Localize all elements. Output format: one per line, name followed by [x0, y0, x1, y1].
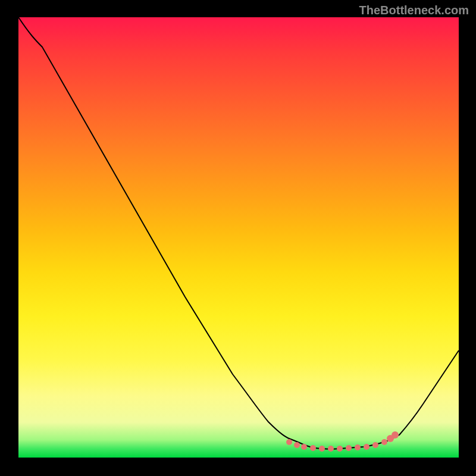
marker-dot [346, 445, 352, 451]
marker-dot [286, 439, 292, 445]
marker-dot [364, 444, 369, 450]
marker-dot [301, 444, 307, 450]
bottleneck-curve-path [18, 17, 459, 449]
marker-dot [328, 446, 334, 452]
minimum-markers-group [286, 431, 399, 452]
watermark-text: TheBottleneck.com [359, 4, 469, 17]
marker-dot [310, 445, 316, 451]
marker-dot [319, 446, 325, 452]
marker-dot [294, 442, 300, 448]
marker-dot [392, 431, 399, 439]
chart-container: TheBottleneck.com [0, 0, 476, 476]
marker-dot [381, 439, 387, 445]
plot-area [18, 17, 459, 458]
marker-dot [372, 442, 378, 448]
chart-svg [18, 17, 459, 458]
marker-dot [355, 444, 361, 450]
marker-dot [337, 446, 343, 452]
